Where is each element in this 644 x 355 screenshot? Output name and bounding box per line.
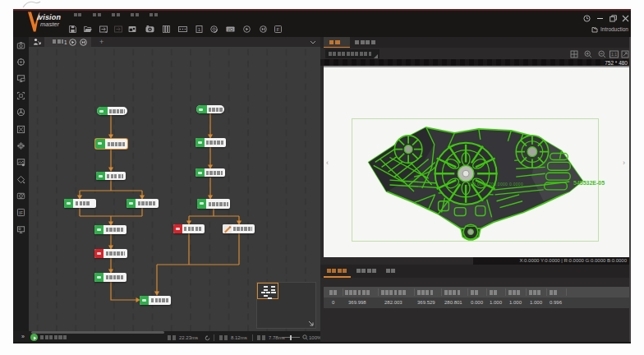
svg-text:IF: IF [19, 210, 24, 215]
svg-text:I/O: I/O [228, 28, 233, 32]
svg-text:F: F [277, 26, 280, 32]
svg-text:1: 1 [198, 26, 201, 32]
svg-text:1:1: 1:1 [611, 52, 617, 57]
